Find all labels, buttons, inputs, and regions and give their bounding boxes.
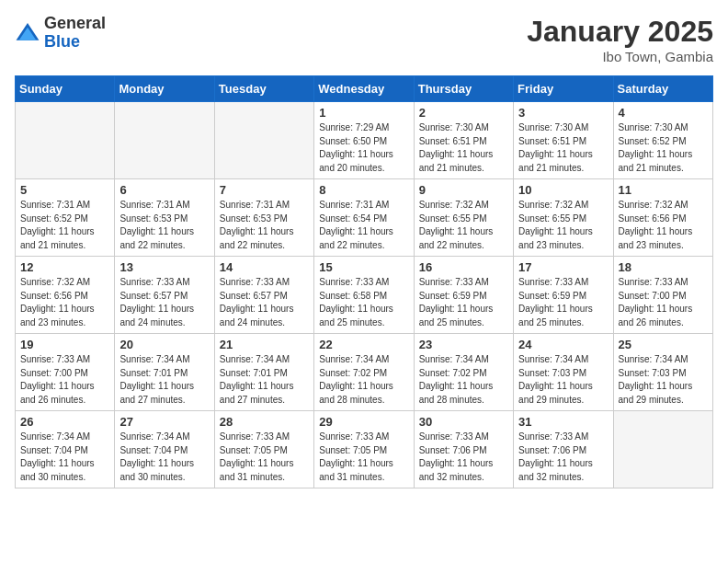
- calendar-cell: 10Sunrise: 7:32 AM Sunset: 6:55 PM Dayli…: [514, 179, 613, 257]
- day-info: Sunrise: 7:34 AM Sunset: 7:02 PM Dayligh…: [319, 353, 408, 407]
- weekday-header: Monday: [115, 76, 214, 102]
- calendar-cell: 22Sunrise: 7:34 AM Sunset: 7:02 PM Dayli…: [314, 334, 414, 411]
- calendar-cell: 3Sunrise: 7:30 AM Sunset: 6:51 PM Daylig…: [514, 102, 613, 179]
- calendar-cell: [16, 102, 115, 179]
- calendar-cell: 13Sunrise: 7:33 AM Sunset: 6:57 PM Dayli…: [115, 257, 214, 334]
- day-number: 28: [220, 415, 309, 429]
- day-info: Sunrise: 7:31 AM Sunset: 6:53 PM Dayligh…: [119, 199, 209, 252]
- calendar-cell: 19Sunrise: 7:33 AM Sunset: 7:00 PM Dayli…: [16, 334, 115, 411]
- calendar-cell: [613, 411, 712, 488]
- calendar-cell: 24Sunrise: 7:34 AM Sunset: 7:03 PM Dayli…: [514, 334, 613, 411]
- day-number: 17: [518, 260, 608, 274]
- weekday-header: Saturday: [613, 76, 712, 102]
- day-number: 11: [619, 183, 708, 197]
- day-number: 2: [419, 106, 508, 120]
- calendar: SundayMondayTuesdayWednesdayThursdayFrid…: [15, 75, 713, 488]
- day-number: 18: [619, 260, 708, 274]
- day-info: Sunrise: 7:29 AM Sunset: 6:50 PM Dayligh…: [319, 121, 408, 175]
- day-number: 14: [220, 260, 309, 274]
- day-info: Sunrise: 7:34 AM Sunset: 7:03 PM Dayligh…: [619, 353, 708, 407]
- calendar-week-row: 1Sunrise: 7:29 AM Sunset: 6:50 PM Daylig…: [16, 102, 713, 179]
- logo-general: General: [44, 14, 106, 32]
- calendar-week-row: 19Sunrise: 7:33 AM Sunset: 7:00 PM Dayli…: [16, 334, 713, 411]
- calendar-week-row: 12Sunrise: 7:32 AM Sunset: 6:56 PM Dayli…: [16, 257, 713, 334]
- calendar-cell: 20Sunrise: 7:34 AM Sunset: 7:01 PM Dayli…: [115, 334, 214, 411]
- calendar-cell: 6Sunrise: 7:31 AM Sunset: 6:53 PM Daylig…: [115, 179, 214, 257]
- weekday-header: Sunday: [16, 76, 115, 102]
- calendar-cell: 21Sunrise: 7:34 AM Sunset: 7:01 PM Dayli…: [214, 334, 313, 411]
- day-number: 4: [619, 106, 708, 120]
- weekday-header: Thursday: [414, 76, 513, 102]
- calendar-cell: 26Sunrise: 7:34 AM Sunset: 7:04 PM Dayli…: [16, 411, 115, 488]
- day-number: 25: [619, 338, 708, 351]
- day-info: Sunrise: 7:33 AM Sunset: 6:59 PM Dayligh…: [518, 276, 608, 329]
- day-number: 3: [518, 106, 608, 120]
- calendar-cell: 17Sunrise: 7:33 AM Sunset: 6:59 PM Dayli…: [514, 257, 613, 334]
- day-info: Sunrise: 7:33 AM Sunset: 7:05 PM Dayligh…: [220, 431, 309, 484]
- weekday-header: Wednesday: [314, 76, 414, 102]
- calendar-cell: 23Sunrise: 7:34 AM Sunset: 7:02 PM Dayli…: [414, 334, 513, 411]
- logo: General Blue: [15, 15, 106, 52]
- calendar-cell: 9Sunrise: 7:32 AM Sunset: 6:55 PM Daylig…: [414, 179, 513, 257]
- calendar-cell: 11Sunrise: 7:32 AM Sunset: 6:56 PM Dayli…: [613, 179, 712, 257]
- day-info: Sunrise: 7:32 AM Sunset: 6:55 PM Dayligh…: [518, 199, 608, 252]
- logo-icon: [15, 20, 40, 46]
- day-info: Sunrise: 7:32 AM Sunset: 6:55 PM Dayligh…: [419, 199, 508, 252]
- calendar-cell: 2Sunrise: 7:30 AM Sunset: 6:51 PM Daylig…: [414, 102, 513, 179]
- day-info: Sunrise: 7:32 AM Sunset: 6:56 PM Dayligh…: [619, 199, 708, 252]
- location: Ibo Town, Gambia: [527, 49, 713, 64]
- day-number: 12: [20, 260, 109, 274]
- calendar-week-row: 26Sunrise: 7:34 AM Sunset: 7:04 PM Dayli…: [16, 411, 713, 488]
- weekday-header-row: SundayMondayTuesdayWednesdayThursdayFrid…: [16, 76, 713, 102]
- day-info: Sunrise: 7:33 AM Sunset: 7:00 PM Dayligh…: [20, 353, 109, 407]
- day-info: Sunrise: 7:30 AM Sunset: 6:51 PM Dayligh…: [419, 121, 508, 175]
- calendar-cell: 7Sunrise: 7:31 AM Sunset: 6:53 PM Daylig…: [214, 179, 313, 257]
- calendar-cell: 15Sunrise: 7:33 AM Sunset: 6:58 PM Dayli…: [314, 257, 414, 334]
- calendar-cell: [214, 102, 313, 179]
- day-number: 30: [419, 415, 508, 429]
- day-number: 5: [20, 183, 109, 197]
- calendar-cell: 16Sunrise: 7:33 AM Sunset: 6:59 PM Dayli…: [414, 257, 513, 334]
- day-info: Sunrise: 7:33 AM Sunset: 7:06 PM Dayligh…: [518, 431, 608, 484]
- calendar-cell: 29Sunrise: 7:33 AM Sunset: 7:05 PM Dayli…: [314, 411, 414, 488]
- day-info: Sunrise: 7:31 AM Sunset: 6:52 PM Dayligh…: [20, 199, 109, 252]
- calendar-cell: 27Sunrise: 7:34 AM Sunset: 7:04 PM Dayli…: [115, 411, 214, 488]
- calendar-cell: 14Sunrise: 7:33 AM Sunset: 6:57 PM Dayli…: [214, 257, 313, 334]
- day-info: Sunrise: 7:33 AM Sunset: 6:59 PM Dayligh…: [419, 276, 508, 329]
- day-info: Sunrise: 7:34 AM Sunset: 7:04 PM Dayligh…: [119, 431, 209, 484]
- day-number: 21: [220, 338, 309, 351]
- day-number: 26: [20, 415, 109, 429]
- day-number: 29: [319, 415, 408, 429]
- day-number: 19: [20, 338, 109, 351]
- day-number: 9: [419, 183, 508, 197]
- title-block: January 2025 Ibo Town, Gambia: [527, 15, 713, 64]
- calendar-cell: 31Sunrise: 7:33 AM Sunset: 7:06 PM Dayli…: [514, 411, 613, 488]
- day-number: 16: [419, 260, 508, 274]
- calendar-cell: 25Sunrise: 7:34 AM Sunset: 7:03 PM Dayli…: [613, 334, 712, 411]
- day-info: Sunrise: 7:34 AM Sunset: 7:04 PM Dayligh…: [20, 431, 109, 484]
- day-info: Sunrise: 7:33 AM Sunset: 7:06 PM Dayligh…: [419, 431, 508, 484]
- day-number: 27: [119, 415, 209, 429]
- day-number: 8: [319, 183, 408, 197]
- day-number: 22: [319, 338, 408, 351]
- day-info: Sunrise: 7:33 AM Sunset: 7:05 PM Dayligh…: [319, 431, 408, 484]
- logo-blue: Blue: [44, 32, 80, 51]
- calendar-cell: 4Sunrise: 7:30 AM Sunset: 6:52 PM Daylig…: [613, 102, 712, 179]
- day-info: Sunrise: 7:34 AM Sunset: 7:01 PM Dayligh…: [220, 353, 309, 407]
- calendar-cell: 18Sunrise: 7:33 AM Sunset: 7:00 PM Dayli…: [613, 257, 712, 334]
- day-info: Sunrise: 7:31 AM Sunset: 6:54 PM Dayligh…: [319, 199, 408, 252]
- calendar-week-row: 5Sunrise: 7:31 AM Sunset: 6:52 PM Daylig…: [16, 179, 713, 257]
- day-number: 15: [319, 260, 408, 274]
- day-number: 10: [518, 183, 608, 197]
- day-info: Sunrise: 7:33 AM Sunset: 7:00 PM Dayligh…: [619, 276, 708, 329]
- day-info: Sunrise: 7:31 AM Sunset: 6:53 PM Dayligh…: [220, 199, 309, 252]
- weekday-header: Friday: [514, 76, 613, 102]
- month-title: January 2025: [527, 15, 713, 49]
- day-number: 13: [119, 260, 209, 274]
- day-info: Sunrise: 7:34 AM Sunset: 7:02 PM Dayligh…: [419, 353, 508, 407]
- day-info: Sunrise: 7:30 AM Sunset: 6:51 PM Dayligh…: [518, 121, 608, 175]
- day-info: Sunrise: 7:32 AM Sunset: 6:56 PM Dayligh…: [20, 276, 109, 329]
- day-info: Sunrise: 7:33 AM Sunset: 6:58 PM Dayligh…: [319, 276, 408, 329]
- day-info: Sunrise: 7:34 AM Sunset: 7:03 PM Dayligh…: [518, 353, 608, 407]
- calendar-cell: 8Sunrise: 7:31 AM Sunset: 6:54 PM Daylig…: [314, 179, 414, 257]
